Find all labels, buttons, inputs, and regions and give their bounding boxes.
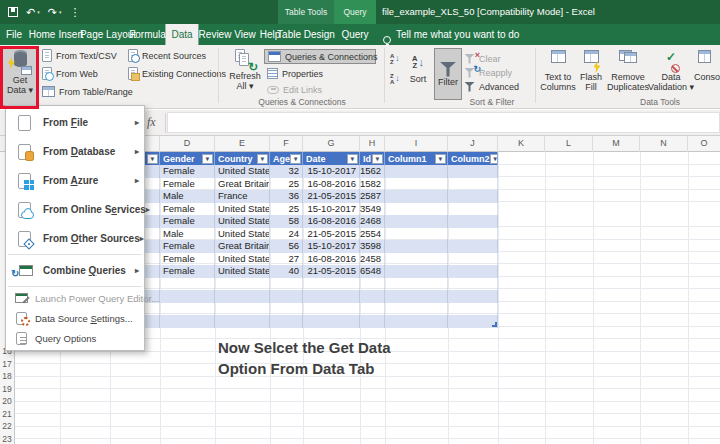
column-header-e[interactable]: E bbox=[215, 136, 270, 152]
cell[interactable] bbox=[448, 228, 498, 241]
cell[interactable] bbox=[385, 315, 448, 328]
cell[interactable]: Female bbox=[160, 178, 215, 191]
cell[interactable] bbox=[448, 303, 498, 316]
cell[interactable]: United States bbox=[215, 265, 270, 278]
from-web-button[interactable]: From Web bbox=[42, 66, 98, 81]
cell[interactable] bbox=[303, 290, 360, 303]
filter-button-ribbon[interactable]: Filter bbox=[434, 48, 462, 100]
menu-item-data-source-settings[interactable]: Data Source Settings... bbox=[6, 308, 144, 328]
cell[interactable]: 25 bbox=[270, 178, 303, 191]
cell[interactable] bbox=[385, 278, 448, 291]
table-resize-handle[interactable] bbox=[492, 322, 497, 327]
cell[interactable]: Male bbox=[160, 190, 215, 203]
recent-sources-button[interactable]: Recent Sources bbox=[128, 48, 206, 63]
cell[interactable] bbox=[215, 315, 270, 328]
cell[interactable]: Male bbox=[160, 228, 215, 241]
text-to-columns-button[interactable]: Text toColumns bbox=[540, 50, 576, 92]
formula-input[interactable] bbox=[167, 112, 720, 133]
cell[interactable]: 24 bbox=[270, 228, 303, 241]
cell[interactable] bbox=[385, 290, 448, 303]
cell[interactable] bbox=[385, 253, 448, 266]
cell[interactable]: 40 bbox=[270, 265, 303, 278]
row-header-21[interactable]: 21 bbox=[0, 408, 14, 421]
cell[interactable]: 56 bbox=[270, 240, 303, 253]
cell[interactable]: 3549 bbox=[360, 203, 385, 216]
column-header-f[interactable]: F bbox=[270, 136, 303, 152]
column-header-l[interactable]: L bbox=[545, 136, 593, 152]
get-data-button[interactable]: Get Data ▾ bbox=[2, 47, 38, 106]
cell[interactable] bbox=[303, 315, 360, 328]
column-header-g[interactable]: G bbox=[303, 136, 360, 152]
cell[interactable]: 3598 bbox=[360, 240, 385, 253]
cell[interactable] bbox=[360, 303, 385, 316]
cell[interactable]: 1582 bbox=[360, 178, 385, 191]
cell[interactable]: 15-10-2017 bbox=[303, 203, 360, 216]
queries-connections-button[interactable]: Queries & Connections bbox=[264, 49, 376, 64]
cell[interactable] bbox=[385, 228, 448, 241]
tell-me-box[interactable]: Tell me what you want to do bbox=[396, 24, 519, 45]
menu-item-from-database[interactable]: From Database▸ bbox=[6, 137, 144, 166]
cell[interactable] bbox=[360, 278, 385, 291]
row-header-23[interactable]: 23 bbox=[0, 433, 14, 444]
cell[interactable] bbox=[160, 290, 215, 303]
filter-button[interactable]: ▾ bbox=[202, 154, 213, 164]
cell[interactable] bbox=[448, 265, 498, 278]
row-header-19[interactable]: 19 bbox=[0, 383, 14, 396]
cell[interactable] bbox=[448, 215, 498, 228]
cell[interactable] bbox=[385, 178, 448, 191]
cell[interactable] bbox=[385, 215, 448, 228]
row-header-22[interactable]: 22 bbox=[0, 420, 14, 433]
cell[interactable]: 21-05-2015 bbox=[303, 228, 360, 241]
cell[interactable]: 16-08-2016 bbox=[303, 253, 360, 266]
row-header-20[interactable]: 20 bbox=[0, 395, 14, 408]
cell[interactable] bbox=[448, 315, 498, 328]
cell[interactable] bbox=[270, 278, 303, 291]
cell[interactable]: 21-05-2015 bbox=[303, 190, 360, 203]
remove-duplicates-button[interactable]: RemoveDuplicates bbox=[606, 50, 650, 92]
column-header-h[interactable]: H bbox=[360, 136, 385, 152]
cell[interactable] bbox=[215, 278, 270, 291]
menu-item-query-options[interactable]: Query Options bbox=[6, 328, 144, 348]
cell[interactable] bbox=[360, 315, 385, 328]
cell[interactable]: 6548 bbox=[360, 265, 385, 278]
column-header-n[interactable]: N bbox=[640, 136, 688, 152]
menu-item-launch-power-query-editor[interactable]: Launch Power Query Editor... bbox=[6, 288, 144, 308]
cell[interactable] bbox=[448, 278, 498, 291]
advanced-filter-button[interactable]: Advanced bbox=[464, 79, 519, 94]
cell[interactable]: 2554 bbox=[360, 228, 385, 241]
cell[interactable] bbox=[385, 190, 448, 203]
cell[interactable] bbox=[303, 278, 360, 291]
menu-item-from-other-sources[interactable]: From Other Sources▸ bbox=[6, 224, 144, 253]
cell[interactable] bbox=[385, 240, 448, 253]
cell[interactable]: Female bbox=[160, 265, 215, 278]
cell[interactable]: Female bbox=[160, 240, 215, 253]
sort-ascending-button[interactable]: AZ↓ bbox=[390, 51, 400, 66]
filter-button[interactable]: ▾ bbox=[347, 154, 358, 164]
cell[interactable] bbox=[448, 178, 498, 191]
filter-button[interactable]: ▾ bbox=[490, 154, 498, 164]
column-header-k[interactable]: K bbox=[498, 136, 545, 152]
refresh-all-button[interactable]: ↻ Refresh All ▾ bbox=[226, 49, 264, 91]
cell[interactable] bbox=[448, 165, 498, 178]
cell[interactable] bbox=[385, 203, 448, 216]
cell[interactable] bbox=[270, 315, 303, 328]
column-header-i[interactable]: I bbox=[385, 136, 448, 152]
cell[interactable] bbox=[448, 190, 498, 203]
sort-descending-button[interactable]: ZA↓ bbox=[390, 71, 400, 86]
tab-query[interactable]: Query bbox=[335, 24, 374, 45]
cell[interactable]: 16-08-2016 bbox=[303, 178, 360, 191]
save-icon[interactable] bbox=[8, 7, 18, 17]
cell[interactable]: 2587 bbox=[360, 190, 385, 203]
cell[interactable]: United States bbox=[215, 253, 270, 266]
cell[interactable] bbox=[385, 265, 448, 278]
cell[interactable]: Female bbox=[160, 165, 215, 178]
cell[interactable]: Great Britain bbox=[215, 240, 270, 253]
from-text-csv-button[interactable]: From Text/CSV bbox=[42, 48, 117, 63]
undo-caret-icon[interactable]: ▾ bbox=[37, 9, 40, 15]
filter-button[interactable]: ▾ bbox=[147, 154, 158, 164]
cell[interactable] bbox=[448, 203, 498, 216]
cell[interactable] bbox=[270, 290, 303, 303]
cell[interactable] bbox=[448, 290, 498, 303]
cell[interactable] bbox=[215, 290, 270, 303]
cell[interactable]: 15-10-2017 bbox=[303, 240, 360, 253]
